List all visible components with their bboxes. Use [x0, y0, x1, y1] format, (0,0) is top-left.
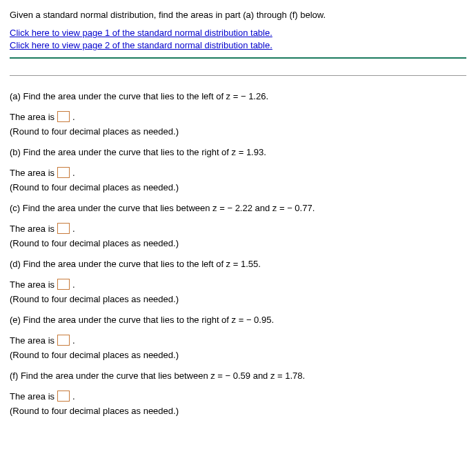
part-c-input[interactable]	[57, 223, 70, 234]
header-section: Given a standard normal distribution, fi…	[10, 8, 466, 59]
part-d-suffix: .	[72, 279, 75, 290]
part-f-question: (f) Find the area under the curve that l…	[10, 371, 466, 381]
part-d-hint: (Round to four decimal places as needed.…	[10, 294, 466, 304]
part-a-hint: (Round to four decimal places as needed.…	[10, 126, 466, 137]
part-d-prefix: The area is	[10, 279, 54, 290]
part-e-question: (e) Find the area under the curve that l…	[10, 315, 466, 325]
divider	[10, 75, 466, 76]
part-b-question: (b) Find the area under the curve that l…	[10, 147, 466, 157]
part-f-hint: (Round to four decimal places as needed.…	[10, 406, 466, 416]
part-a-answer-line: The area is .	[10, 111, 466, 122]
part-b-input[interactable]	[57, 167, 70, 178]
part-b: (b) Find the area under the curve that l…	[10, 147, 466, 192]
part-c-suffix: .	[72, 224, 75, 234]
part-b-suffix: .	[72, 168, 75, 178]
part-f-input[interactable]	[57, 391, 70, 402]
part-c: (c) Find the area under the curve that l…	[10, 203, 466, 248]
part-f-suffix: .	[72, 391, 75, 402]
part-a-suffix: .	[72, 112, 75, 122]
part-e-suffix: .	[72, 335, 75, 346]
part-a: (a) Find the area under the curve that l…	[10, 91, 466, 137]
part-b-hint: (Round to four decimal places as needed.…	[10, 182, 466, 192]
table-link-page2[interactable]: Click here to view page 2 of the standar…	[10, 39, 466, 52]
part-f: (f) Find the area under the curve that l…	[10, 371, 466, 416]
part-a-question: (a) Find the area under the curve that l…	[10, 91, 466, 101]
part-e: (e) Find the area under the curve that l…	[10, 315, 466, 360]
part-f-answer-line: The area is .	[10, 391, 466, 402]
part-e-answer-line: The area is .	[10, 335, 466, 346]
table-link-page1[interactable]: Click here to view page 1 of the standar…	[10, 27, 466, 39]
part-c-prefix: The area is	[10, 224, 54, 234]
part-a-prefix: The area is	[10, 112, 54, 122]
part-c-hint: (Round to four decimal places as needed.…	[10, 238, 466, 248]
part-e-input[interactable]	[57, 335, 70, 346]
part-f-prefix: The area is	[10, 391, 54, 402]
part-c-answer-line: The area is .	[10, 223, 466, 234]
part-e-hint: (Round to four decimal places as needed.…	[10, 350, 466, 360]
part-d: (d) Find the area under the curve that l…	[10, 259, 466, 304]
part-c-question: (c) Find the area under the curve that l…	[10, 203, 466, 213]
part-d-question: (d) Find the area under the curve that l…	[10, 259, 466, 269]
part-b-answer-line: The area is .	[10, 167, 466, 178]
part-d-answer-line: The area is .	[10, 279, 466, 290]
part-d-input[interactable]	[57, 279, 70, 290]
part-a-input[interactable]	[57, 111, 70, 122]
part-e-prefix: The area is	[10, 335, 54, 346]
part-b-prefix: The area is	[10, 168, 54, 178]
intro-text: Given a standard normal distribution, fi…	[10, 8, 466, 20]
